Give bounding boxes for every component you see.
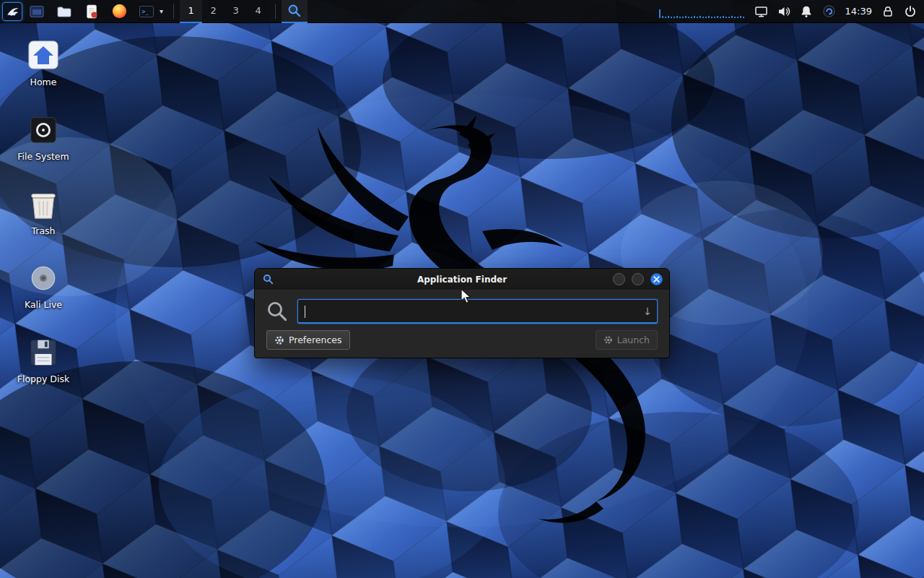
panel-status-area: 14:39: [658, 4, 924, 20]
titlebar[interactable]: Application Finder: [255, 269, 669, 290]
desktop-icon-home[interactable]: Home: [9, 38, 78, 87]
launcher-firefox[interactable]: [110, 2, 128, 21]
notifications-bell-icon[interactable]: [800, 5, 813, 18]
window-title: Application Finder: [255, 275, 669, 285]
power-icon[interactable]: [904, 5, 917, 18]
trash-icon: [27, 188, 60, 221]
launch-label: Launch: [617, 335, 650, 345]
gear-icon: [274, 335, 284, 345]
launch-icon: [603, 335, 613, 345]
launcher-file-manager[interactable]: [56, 2, 73, 21]
launcher-terminal[interactable]: >_: [138, 2, 155, 21]
desktop-icon-kali-live[interactable]: Kali Live: [9, 262, 78, 310]
applications-menu-button[interactable]: [2, 2, 22, 21]
preferences-label: Preferences: [289, 335, 342, 345]
desktop-icon-label: Trash: [31, 226, 55, 236]
kali-live-disc-icon: [27, 262, 60, 295]
workspace-button-1[interactable]: 1: [180, 0, 202, 23]
desktop-icon-label: Floppy Disk: [17, 374, 69, 384]
launcher-dropdown-chevron-icon[interactable]: ▾: [160, 7, 163, 15]
cpu-graph: [658, 4, 745, 20]
workspace-switcher: 1 2 3 4: [180, 0, 269, 23]
desktop-icon-label: File System: [17, 152, 69, 162]
top-panel: >_ ▾ 1 2 3 4: [0, 0, 924, 23]
close-button[interactable]: [650, 273, 663, 285]
clock[interactable]: 14:39: [845, 6, 872, 17]
panel-separator: [173, 4, 174, 19]
desktop-icon-file-system[interactable]: File System: [9, 113, 78, 162]
launcher-window[interactable]: [28, 2, 45, 21]
launch-button[interactable]: Launch: [596, 330, 658, 350]
desktop-icon-floppy-disk[interactable]: Floppy Disk: [9, 336, 78, 384]
workspace-button-3[interactable]: 3: [225, 0, 247, 23]
search-field[interactable]: ↓: [297, 299, 658, 324]
status-indicator-icon[interactable]: [822, 4, 836, 18]
minimize-button[interactable]: [613, 273, 625, 285]
window-search-icon: [263, 274, 274, 285]
file-system-icon: [27, 113, 60, 147]
desktop-icon-trash[interactable]: Trash: [9, 188, 78, 236]
preferences-button[interactable]: Preferences: [266, 330, 350, 350]
close-icon: [653, 276, 660, 282]
desktop-icon-label: Home: [30, 77, 57, 87]
folder-icon: [56, 4, 72, 20]
workspace-button-2[interactable]: 2: [202, 0, 225, 23]
text-editor-icon: [84, 4, 99, 20]
home-icon: [26, 38, 61, 72]
volume-icon[interactable]: [777, 5, 790, 18]
application-finder-window: Application Finder ↓: [254, 268, 670, 358]
kali-logo-icon: [5, 4, 19, 19]
application-finder-task-icon: [287, 4, 302, 18]
window-controls: [613, 273, 669, 285]
firefox-icon: [112, 4, 127, 19]
launcher-text-editor[interactable]: [83, 2, 100, 21]
desktop-icon-label: Kali Live: [25, 300, 62, 310]
text-caret: [305, 306, 305, 318]
search-input[interactable]: [304, 301, 637, 321]
lock-icon[interactable]: [881, 5, 894, 18]
mouse-cursor: [461, 288, 475, 304]
display-icon[interactable]: [754, 5, 768, 18]
workspace-button-4[interactable]: 4: [247, 0, 269, 23]
history-dropdown-icon[interactable]: ↓: [643, 306, 652, 316]
desktop-icon-column: Home File System Trash Kali Live: [9, 38, 78, 384]
search-icon: [266, 301, 288, 322]
window-app-icon: [29, 4, 45, 20]
floppy-disk-icon: [27, 336, 60, 369]
terminal-icon: >_: [139, 4, 154, 20]
panel-separator: [275, 4, 276, 19]
panel-launchers: >_ ▾: [28, 2, 163, 21]
tasklist-application-finder[interactable]: [282, 0, 308, 23]
terminal-prompt-glyph: >_: [142, 9, 149, 15]
maximize-button[interactable]: [632, 273, 644, 285]
